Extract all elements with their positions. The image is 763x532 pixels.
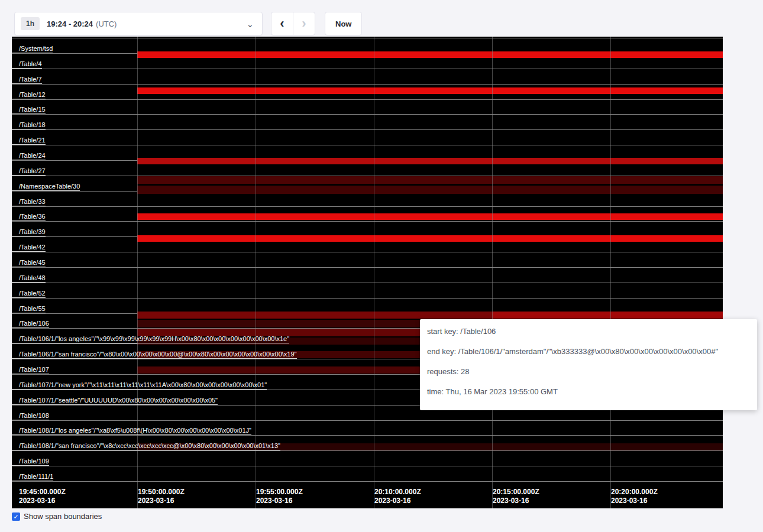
span-boundary-line xyxy=(12,129,723,130)
span-boundary-line xyxy=(12,38,723,38)
key-visualizer-page: 1h 19:24 - 20:24 (UTC) ⌄ ‹ › Now /System… xyxy=(0,0,763,532)
time-range-dropdown[interactable]: 1h 19:24 - 20:24 (UTC) ⌄ xyxy=(14,12,263,35)
span-row-label: /Table/33 xyxy=(12,197,46,206)
x-axis-date: 2023-03-16 xyxy=(138,497,185,505)
span-row-label: /Table/55 xyxy=(12,304,46,313)
span-row-label: /Table/106/1/"san francisco"/"\x80\x00\x… xyxy=(12,350,297,359)
time-range-label: 19:24 - 20:24 xyxy=(47,20,93,28)
options-footer: ✓ Show span boundaries xyxy=(12,512,102,521)
span-boundary-line xyxy=(12,99,723,100)
span-row-label: /Table/111/1 xyxy=(12,472,53,481)
x-axis-time: 19:55:00.000Z xyxy=(256,488,303,497)
x-axis-time: 20:15:00.000Z xyxy=(493,488,539,497)
x-axis-date: 2023-03-16 xyxy=(493,497,539,505)
span-boundary-line xyxy=(12,206,723,207)
time-gridline xyxy=(256,37,256,508)
time-gridline xyxy=(374,37,374,508)
heat-band xyxy=(137,158,723,164)
x-axis-label: 19:55:00.000Z2023-03-16 xyxy=(256,488,303,505)
span-boundary-line xyxy=(12,466,723,466)
x-axis-label: 19:50:00.000Z2023-03-16 xyxy=(138,488,185,505)
span-row-label: /Table/27 xyxy=(12,167,46,176)
span-row-label: /NamespaceTable/30 xyxy=(12,182,80,191)
x-axis-date: 2023-03-16 xyxy=(256,497,303,505)
time-gridline xyxy=(492,37,493,508)
span-boundary-line xyxy=(12,435,723,436)
span-boundary-line xyxy=(12,221,723,222)
time-nav-group: ‹ › xyxy=(271,12,315,35)
span-row-label: /Table/48 xyxy=(12,274,46,283)
x-axis-date: 2023-03-16 xyxy=(374,497,421,505)
chevron-left-icon: ‹ xyxy=(280,17,284,30)
previous-range-button[interactable]: ‹ xyxy=(271,12,293,35)
heat-band xyxy=(137,235,723,242)
x-axis-label: 20:10:00.000Z2023-03-16 xyxy=(374,488,421,505)
heat-band xyxy=(137,176,723,184)
span-row-label: /Table/45 xyxy=(12,258,46,267)
span-boundary-line xyxy=(12,252,723,252)
x-axis-label: 19:45:00.000Z2023-03-16 xyxy=(19,488,66,505)
span-row-label: /Table/18 xyxy=(12,121,46,129)
span-boundary-line xyxy=(12,267,723,268)
span-row-label: /Table/36 xyxy=(12,212,46,221)
time-toolbar: 1h 19:24 - 20:24 (UTC) ⌄ ‹ › Now xyxy=(14,12,362,35)
key-visualizer-canvas[interactable]: /System/tsd/Table/4/Table/7/Table/12/Tab… xyxy=(12,37,723,508)
now-button[interactable]: Now xyxy=(325,12,362,35)
x-axis-date: 2023-03-16 xyxy=(19,497,66,505)
heat-band xyxy=(137,186,723,194)
show-span-boundaries-checkbox[interactable]: ✓ xyxy=(12,512,20,521)
span-boundary-line xyxy=(12,114,723,115)
x-axis-label: 20:15:00.000Z2023-03-16 xyxy=(493,488,539,505)
tooltip-start-key: start key: /Table/106 xyxy=(427,327,750,336)
span-row-label: /Table/12 xyxy=(12,90,46,99)
span-row-label: /Table/21 xyxy=(12,136,46,145)
timezone-label: (UTC) xyxy=(96,20,117,28)
show-span-boundaries-label: Show span boundaries xyxy=(24,512,102,521)
span-boundary-line xyxy=(12,420,723,421)
span-row-label: /Table/109 xyxy=(12,457,49,466)
heat-band xyxy=(492,312,723,319)
time-gridline xyxy=(137,37,138,508)
span-row-label: /Table/107/1/"new york"/"\x11\x11\x11\x1… xyxy=(12,381,267,390)
heat-band xyxy=(137,312,492,319)
span-boundary-line xyxy=(12,145,723,145)
x-axis-time: 19:50:00.000Z xyxy=(138,488,185,497)
span-row-label: /Table/106 xyxy=(12,319,49,328)
x-axis-time: 20:20:00.000Z xyxy=(611,488,658,497)
duration-badge: 1h xyxy=(21,17,40,30)
heat-band xyxy=(137,51,723,58)
chevron-down-icon: ⌄ xyxy=(246,20,254,28)
span-row-label: /Table/42 xyxy=(12,243,46,252)
span-row-label: /Table/107/1/"seattle"/"UUUUUUD\x00\x80\… xyxy=(12,396,218,405)
span-boundary-line xyxy=(12,481,723,482)
span-boundary-line xyxy=(12,298,723,299)
tooltip-end-key: end key: /Table/106/1/"amsterdam"/"\xb33… xyxy=(427,348,750,356)
span-boundary-line xyxy=(12,283,723,283)
span-row-label: /Table/107 xyxy=(12,365,49,374)
x-axis-label: 20:20:00.000Z2023-03-16 xyxy=(611,488,658,505)
heat-band xyxy=(137,87,723,94)
tooltip-requests: requests: 28 xyxy=(427,368,750,376)
span-row-label: /Table/24 xyxy=(12,151,46,160)
span-row-label: /Table/39 xyxy=(12,228,46,236)
span-row-label: /System/tsd xyxy=(12,44,53,53)
chevron-right-icon: › xyxy=(302,17,306,30)
span-boundary-line xyxy=(12,84,723,85)
x-axis-date: 2023-03-16 xyxy=(611,497,658,505)
span-row-label: /Table/106/1/"los angeles"/"\x99\x99\x99… xyxy=(12,335,289,343)
span-row-label: /Table/15 xyxy=(12,105,46,114)
span-row-label: /Table/108/1/"san francisco"/"\x8c\xcc\x… xyxy=(12,442,280,450)
heat-band xyxy=(137,213,723,220)
span-row-label: /Table/108/1/"los angeles"/"\xa8\xf5\u00… xyxy=(12,426,251,435)
span-boundary-line xyxy=(12,69,723,69)
checkmark-icon: ✓ xyxy=(13,513,18,520)
span-row-label: /Table/52 xyxy=(12,289,46,298)
span-row-label: /Table/108 xyxy=(12,411,49,420)
x-axis-time: 20:10:00.000Z xyxy=(374,488,421,497)
next-range-button[interactable]: › xyxy=(293,12,315,35)
span-boundary-line xyxy=(12,450,723,451)
time-gridline xyxy=(610,37,611,508)
x-axis-time: 19:45:00.000Z xyxy=(19,488,66,497)
span-tooltip: start key: /Table/106 end key: /Table/10… xyxy=(420,319,757,410)
tooltip-time: time: Thu, 16 Mar 2023 19:55:00 GMT xyxy=(427,388,750,396)
